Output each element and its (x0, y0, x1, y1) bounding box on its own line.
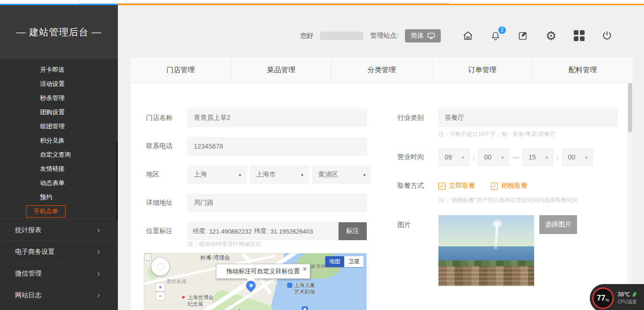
tab-ingredient-management[interactable]: 配料管理 (532, 58, 633, 83)
map-tooltip: 拖动标注可自定义目标位置 × (216, 264, 310, 279)
latitude-value: 31.1952626403 (271, 228, 313, 235)
choose-image-button[interactable]: 选择图片 (539, 215, 577, 234)
pan-down-icon (159, 270, 163, 274)
power-icon (601, 30, 613, 42)
cpu-monitor-widget[interactable]: 77% 38℃ CPU温度 (590, 284, 644, 310)
longitude-label: 经度: (193, 227, 207, 235)
chevron-right-icon: › (97, 219, 100, 241)
sidebar-item-points-exchange[interactable]: 积分兑换 (0, 134, 118, 148)
sidebar-item-activity[interactable]: 活动设置 (0, 77, 118, 91)
region-label: 地区 (146, 170, 188, 179)
sidebar-section-statistics[interactable]: 统计报表 › (0, 218, 118, 240)
pickup-label: 取餐方式 (397, 182, 438, 190)
start-hour-select[interactable]: 09 ▼ (438, 148, 470, 166)
form-right-column: 行业类别 茶餐厅 注：字数不超过10个字，例：美食/粤菜/茶餐厅 营业时间 09… (397, 109, 628, 286)
start-hour-value: 09 (445, 153, 452, 161)
map-type-map-button[interactable]: 地图 (325, 256, 344, 267)
region-district-select[interactable]: 黄浦区 ▼ (312, 166, 371, 184)
poi-label-theater: 上海儿童 艺术剧场 (294, 282, 315, 295)
zoom-in-button[interactable]: + (156, 283, 165, 292)
logout-button[interactable] (601, 30, 613, 42)
browser-address-bar[interactable] (78, 0, 453, 4)
sidebar-item-dynamic-form[interactable]: 动态表单 (0, 176, 118, 190)
chevron-right-icon: › (97, 241, 100, 262)
address-input[interactable]: 局门路 (188, 194, 367, 212)
sidebar-item-groupbuy[interactable]: 团购设置 (0, 105, 118, 119)
store-image (438, 215, 534, 286)
poi-label-expo: 上海世博会 纪念展 (188, 294, 214, 308)
poi-label-bund: 外滩·湾璟会 (200, 254, 230, 262)
map-type-satellite-button[interactable]: 卫星 (344, 256, 363, 267)
sidebar-item-seckill[interactable]: 秒杀管理 (0, 91, 118, 105)
caret-down-icon: ▼ (363, 173, 366, 177)
end-hour-value: 15 (528, 153, 536, 161)
close-icon[interactable]: × (303, 265, 307, 273)
sidebar-item-card-gift[interactable]: 开卡即送 (0, 63, 118, 77)
map-zoom-control: + − (156, 283, 165, 301)
lang-button[interactable]: 简体 (405, 29, 441, 42)
image-label: 图片 (397, 215, 438, 229)
sidebar-item-friend-links[interactable]: 友情链接 (0, 162, 118, 176)
header-icons: 2 ⚙ (462, 30, 613, 42)
notifications-button[interactable]: 2 (489, 30, 502, 42)
store-name-input[interactable]: 青青原上草2 (188, 109, 367, 127)
greeting-text: 您好 (300, 32, 314, 40)
form-left-column: 门店名称 青青原上草2 联系电话 12345678 地区 上海 ▼ (146, 109, 384, 310)
sidebar-section-site-logs[interactable]: 网站日志 › (0, 284, 118, 305)
start-minute-select[interactable]: 00 ▼ (478, 148, 509, 166)
sidebar-item-team[interactable]: 组团管理 (0, 119, 118, 134)
leaf-icon (632, 291, 637, 298)
store-name-label: 门店名称 (146, 114, 188, 122)
page: — 建站管理后台 — 开卡即送 活动设置 秒杀管理 团购设置 组团管理 积分兑换… (0, 0, 644, 310)
checkbox-checked-icon[interactable]: ✓ (491, 183, 498, 190)
sidebar-title: — 建站管理后台 — (0, 5, 118, 59)
caret-down-icon: ▼ (238, 173, 242, 177)
tab-store-management[interactable]: 门店管理 (131, 58, 231, 83)
region-city-select[interactable]: 上海市 ▼ (250, 166, 309, 184)
site-label: 管理站点: (370, 32, 398, 40)
sidebar-item-booking[interactable]: 预约 (0, 190, 118, 204)
map-pan-control[interactable] (151, 257, 170, 276)
content-scrollbar-thumb[interactable] (628, 83, 632, 132)
phone-input[interactable]: 12345678 (188, 137, 367, 155)
zoom-out-button[interactable]: − (156, 292, 165, 301)
apps-grid-button[interactable] (573, 30, 585, 42)
category-label: 行业类别 (397, 114, 438, 122)
sidebar-item-custom-query[interactable]: 自定义查询 (0, 148, 118, 162)
region-province-select[interactable]: 上海 ▼ (188, 166, 247, 184)
metro-station-icon (302, 306, 308, 310)
poi-dot-icon (237, 308, 242, 310)
section-label: 电子商务设置 (15, 248, 55, 255)
content-scrollbar[interactable] (627, 83, 633, 310)
longitude-value: 121.490882232 (209, 228, 252, 235)
sidebar-section-ecommerce[interactable]: 电子商务设置 › (0, 240, 118, 262)
location-coordinates-box[interactable]: 经度: 121.490882232 纬度: 31.1952626403 (188, 222, 339, 240)
region-district-value: 黄浦区 (318, 170, 338, 179)
end-hour-select[interactable]: 15 ▼ (522, 148, 553, 166)
chevron-right-icon: › (97, 262, 100, 284)
tab-category-management[interactable]: 分类管理 (331, 58, 431, 83)
annotate-button[interactable]: 标注 (339, 222, 367, 240)
caret-down-icon: ▼ (461, 156, 465, 160)
checkbox-checked-icon[interactable]: ✓ (438, 183, 446, 190)
edit-icon (518, 30, 529, 42)
tab-dish-management[interactable]: 菜品管理 (231, 58, 331, 83)
settings-button[interactable]: ⚙ (545, 30, 557, 42)
end-minute-select[interactable]: 00 ▼ (562, 148, 593, 166)
sidebar-section-wechat[interactable]: 微信管理 › (0, 262, 118, 284)
gear-icon: ⚙ (545, 30, 556, 42)
pickup-option-later: ✓ 稍晚取餐 (491, 182, 528, 190)
hours-label: 营业时间 (397, 153, 438, 161)
sidebar-item-mobile-ordering[interactable]: 手机点单 (0, 204, 118, 218)
map-canvas[interactable]: 外滩·湾璟会 龙华东路 上海世博会 纪念展 上海儿童 艺术剧场 健康林 (144, 253, 367, 310)
edit-button[interactable] (517, 30, 529, 42)
tab-order-management[interactable]: 订单管理 (432, 58, 532, 83)
image-buildings (438, 266, 534, 286)
pan-up-icon (159, 259, 163, 263)
poi-theater-line2: 艺术剧场 (294, 288, 315, 295)
pickup-immediate-label: 立即取餐 (449, 182, 475, 190)
notification-badge: 2 (498, 26, 506, 34)
category-input[interactable]: 茶餐厅 (438, 109, 618, 127)
home-button[interactable] (462, 30, 474, 42)
phone-label: 联系电话 (146, 142, 188, 151)
